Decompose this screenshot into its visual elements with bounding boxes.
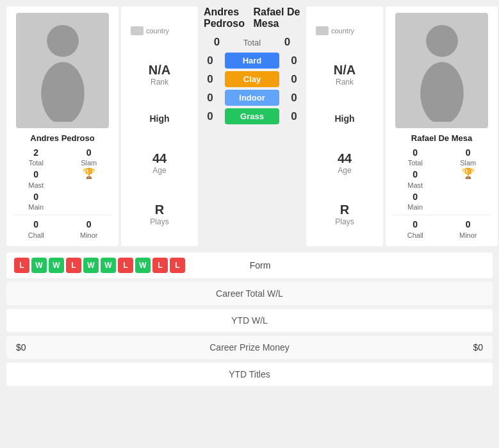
- comparison-section: Andres Pedroso 2 Total 0 Slam 0 Mast 🏆: [6, 6, 493, 246]
- left-high-block: High: [131, 113, 188, 124]
- right-player-card: Rafael De Mesa 0 Total 0 Slam 0 Mast 🏆: [386, 6, 498, 246]
- left-flag-icon: [131, 26, 143, 35]
- left-player-avatar: [16, 13, 109, 128]
- svg-point-0: [47, 25, 79, 57]
- loss-badge: L: [152, 258, 168, 273]
- left-slam-stat: 0 Slam: [66, 147, 113, 167]
- win-badge: W: [49, 258, 64, 273]
- right-total-stat: 0 Total: [392, 147, 439, 167]
- names-header: Andres Pedroso Rafael De Mesa: [200, 6, 304, 36]
- right-chall-stat: 0 Chall: [392, 219, 439, 239]
- left-country-block: country: [131, 26, 188, 35]
- right-age-block: 44 Age: [316, 151, 373, 175]
- main-container: Andres Pedroso 2 Total 0 Slam 0 Mast 🏆: [0, 0, 499, 396]
- left-total-stat: 2 Total: [13, 147, 60, 167]
- left-player-name: Andres Pedroso: [30, 133, 94, 143]
- left-age-block: 44 Age: [131, 151, 188, 175]
- right-stats-panel: country N/A Rank High 44 Age R Plays: [306, 6, 383, 246]
- career-prize-row: $0 Career Prize Money $0: [6, 336, 493, 359]
- form-section: LWWLWWLWLL Form: [6, 253, 493, 278]
- left-mast-stat: 0 Mast: [13, 169, 60, 189]
- hard-button[interactable]: Hard: [225, 53, 279, 69]
- loss-badge: L: [118, 258, 133, 273]
- right-main-stat: 0 Main: [392, 191, 439, 212]
- loss-badge: L: [170, 258, 185, 273]
- ytd-titles-row: YTD Titles: [6, 363, 493, 386]
- center-column: Andres Pedroso Rafael De Mesa 0 Total 0 …: [200, 6, 304, 246]
- svg-point-3: [420, 62, 464, 122]
- right-player-name: Rafael De Mesa: [411, 133, 472, 143]
- right-stats-grid: 0 Total 0 Slam 0 Mast 🏆 0 Main: [392, 147, 491, 240]
- left-chall-stat: 0 Chall: [13, 219, 60, 239]
- right-player-avatar: [395, 13, 488, 128]
- right-slam-stat: 0 Slam: [445, 147, 492, 167]
- career-wl-row: Career Total W/L: [6, 282, 493, 305]
- left-plays-block: R Plays: [131, 203, 188, 226]
- left-stats-grid: 2 Total 0 Slam 0 Mast 🏆 0 Main: [13, 147, 112, 240]
- win-badge: W: [135, 258, 151, 273]
- clay-button[interactable]: Clay: [225, 71, 279, 87]
- right-mast-stat: 0 Mast: [392, 169, 439, 189]
- ytd-wl-row: YTD W/L: [6, 309, 493, 332]
- win-badge: W: [83, 258, 99, 273]
- left-rank-block: N/A Rank: [131, 63, 188, 87]
- left-minor-stat: 0 Minor: [66, 219, 113, 239]
- left-stats-panel: country N/A Rank High 44 Age R Plays: [121, 6, 198, 246]
- middle-panel: country N/A Rank High 44 Age R Plays: [119, 6, 386, 246]
- win-badge: W: [101, 258, 116, 273]
- svg-point-1: [41, 62, 85, 122]
- loss-badge: L: [14, 258, 29, 273]
- surface-row-indoor: 0 Indoor 0: [200, 90, 304, 106]
- loss-badge: L: [66, 258, 81, 273]
- surface-row-clay: 0 Clay 0: [200, 71, 304, 87]
- svg-point-2: [426, 25, 458, 57]
- right-rank-block: N/A Rank: [316, 63, 373, 87]
- grass-button[interactable]: Grass: [225, 108, 279, 124]
- form-badges: LWWLWWLWLL: [14, 258, 185, 273]
- right-minor-stat: 0 Minor: [445, 219, 492, 239]
- right-country-block: country: [316, 26, 373, 35]
- left-player-card: Andres Pedroso 2 Total 0 Slam 0 Mast 🏆: [6, 6, 119, 246]
- surface-row-hard: 0 Hard 0: [200, 53, 304, 69]
- surface-row-grass: 0 Grass 0: [200, 108, 304, 124]
- left-trophy-icon: 🏆: [66, 169, 113, 189]
- right-high-block: High: [316, 113, 373, 124]
- left-main-stat: 0 Main: [13, 191, 60, 212]
- form-label: Form: [185, 260, 335, 270]
- right-trophy-icon: 🏆: [445, 169, 492, 189]
- right-flag-icon: [316, 26, 329, 35]
- total-row: 0 Total 0: [200, 36, 304, 49]
- indoor-button[interactable]: Indoor: [225, 90, 279, 106]
- win-badge: W: [31, 258, 47, 273]
- right-plays-block: R Plays: [316, 203, 373, 226]
